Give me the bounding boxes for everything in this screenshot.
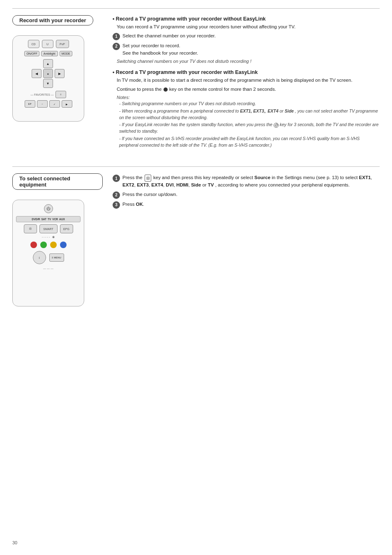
bullet1-title: Record a TV programme with your recorder… [113, 16, 380, 22]
bullet2-intro: In TV mode, it is possible to start a di… [117, 77, 380, 84]
remote-control-2: ⏻ DVD/R SAT TV VCR AUX ⊟ SMART EPG - - [12, 200, 84, 306]
section2-step2-text: Press the cursor up/down. [122, 191, 380, 198]
note2: - When recording a programme from a peri… [119, 108, 380, 121]
remote1-u-btn: U [42, 40, 53, 48]
remote2-guide-btn: EPG [60, 224, 73, 233]
remote1-arrow-btn: → [37, 100, 48, 108]
remote1-play-btn: ▶ [62, 100, 72, 108]
remote1-top-row: CD U PvP [28, 40, 69, 48]
bullet1-intro: You can record a TV programme using your… [117, 23, 380, 31]
remote2-source-btn: ⊟ [24, 224, 37, 233]
section1-right: Record a TV programme with your recorder… [113, 15, 380, 154]
section2-left: To select connected equipment ⏻ DVD/R SA… [12, 173, 103, 306]
remote2-model-text: — — — [43, 267, 53, 270]
page-number: 30 [12, 540, 17, 545]
remote1-cd-btn: CD [28, 40, 39, 48]
remote1-fav-row: — FAVORITES — II [30, 91, 66, 98]
blue-btn [60, 242, 67, 248]
power-icon: ⏻ [274, 123, 279, 128]
bullet1-section: Record a TV programme with your recorder… [113, 16, 380, 64]
section2-step3-text: Press OK. [122, 201, 380, 208]
section2-step1: 1 Press the ⊟ key and then press this ke… [113, 174, 380, 189]
remote1-bottom-row: EP → ✓ ▶ [25, 100, 72, 108]
yellow-btn [50, 242, 57, 248]
remote1-dpad: ▲ ◀ ● ▶ ▼ [32, 59, 65, 88]
remote2-color-buttons [30, 242, 67, 248]
note3: - If your EasyLink recorder has the syst… [119, 122, 380, 135]
step1-num: 1 [113, 33, 120, 40]
circle-dot-icon [164, 88, 168, 92]
section1-left: Record with your recorder CD U PvP ON/OF… [12, 15, 103, 122]
notes-block: Notes: - Switching programme numbers on … [117, 95, 380, 148]
remote2-power-btn: ⏻ [44, 204, 53, 213]
section2-step2: 2 Press the cursor up/down. [113, 191, 380, 199]
step1-item: 1 Select the channel number on your reco… [113, 32, 380, 40]
notes-label: Notes: [117, 95, 380, 100]
section2-step3: 3 Press OK. [113, 201, 380, 209]
step1-text: Select the channel number on your record… [122, 32, 380, 40]
remote2-dots-row: - - - - - ◉ [42, 235, 55, 239]
bullet2-section: Record a TV programme with your recorder… [113, 69, 380, 148]
remote1-up-btn: ▲ [43, 59, 53, 68]
note4: - If you have connected an S-VHS recorde… [119, 136, 380, 149]
red-btn [30, 242, 37, 248]
green-btn [40, 242, 47, 248]
remote1-mode-btn: MODE [60, 51, 72, 56]
bullet1-italic: Switching channel numbers on your TV doe… [117, 59, 380, 64]
remote2-bottom: ↕ ≡ MENU [33, 251, 64, 264]
step2-text: Set your recorder to record. See the han… [122, 42, 380, 57]
remote1-corner-bl [32, 79, 42, 88]
remote1-right-btn: ▶ [55, 69, 65, 78]
remote1-fav-label: — FAVORITES — [30, 93, 54, 96]
remote1-mode-row: ON/OFF Ambilight MODE [24, 51, 72, 56]
section2-step2-num: 2 [113, 191, 120, 199]
section2-step1-num: 1 [113, 175, 120, 182]
section2-step3-num: 3 [113, 201, 120, 209]
remote1-corner-tr [55, 59, 65, 68]
remote-control-1: CD U PvP ON/OFF Ambilight MODE ▲ ◀ ● [12, 35, 84, 122]
section2: To select connected equipment ⏻ DVD/R SA… [12, 166, 380, 306]
remote2-source-bar: DVD/R SAT TV VCR AUX [16, 216, 81, 222]
remote1-ii-btn: II [55, 91, 66, 98]
section2-step1-text: Press the ⊟ key and then press this key … [122, 174, 380, 189]
section1-title: Record with your recorder [12, 15, 93, 25]
bullet2-title: Record a TV programme with your recorder… [113, 69, 380, 75]
remote1-ep-btn: EP [25, 100, 35, 108]
remote1-ambi-btn: Ambilight [41, 51, 58, 56]
remote1-corner-br [55, 79, 65, 88]
step2-item: 2 Set your recorder to record. See the h… [113, 42, 380, 57]
remote2-menu-btn: ≡ MENU [49, 253, 64, 262]
remote1-onoff-btn: ON/OFF [24, 51, 39, 56]
remote1-check-btn: ✓ [49, 100, 60, 108]
remote1-center-btn: ● [43, 69, 53, 78]
bullet2-continue: Continue to press the key on the remote … [117, 86, 380, 93]
remote1-pvp-btn: PvP [56, 40, 69, 48]
source-key-icon: ⊟ [145, 175, 151, 182]
remote2-smart-btn: SMART [39, 224, 58, 233]
remote1-left-btn: ◀ [32, 69, 42, 78]
page: Record with your recorder CD U PvP ON/OF… [0, 0, 392, 555]
remote2-mid-row: ⊟ SMART EPG [24, 224, 73, 233]
section2-right: 1 Press the ⊟ key and then press this ke… [113, 173, 380, 211]
section1: Record with your recorder CD U PvP ON/OF… [12, 8, 380, 154]
section2-title: To select connected equipment [12, 173, 103, 190]
step2-num: 2 [113, 43, 120, 50]
remote1-down-btn: ▼ [43, 79, 53, 88]
remote2-scroll-btn: ↕ [33, 251, 46, 264]
note1: - Switching programme numbers on your TV… [119, 101, 380, 107]
remote1-corner-tl [32, 59, 42, 68]
